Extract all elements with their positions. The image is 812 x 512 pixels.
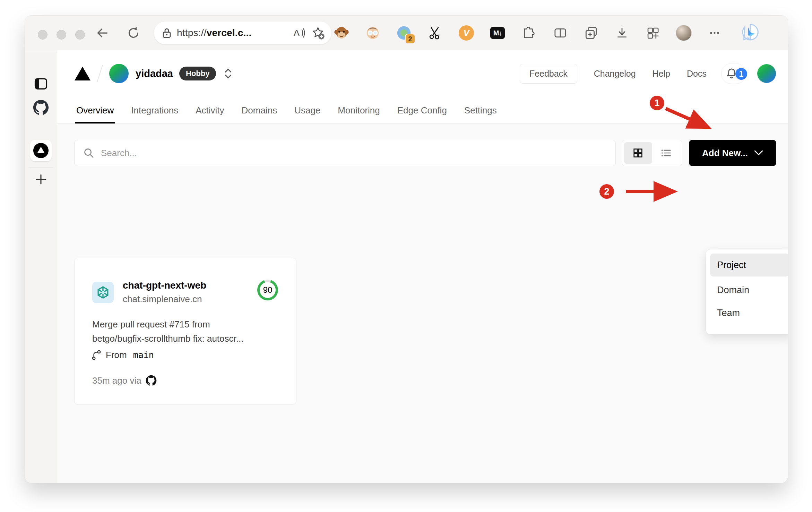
toggle-vertical-tabs-button[interactable]	[34, 77, 48, 91]
extension-v[interactable]: V	[451, 16, 482, 50]
back-button[interactable]	[93, 23, 112, 43]
browser-profile-avatar	[676, 25, 692, 41]
team-switcher-button[interactable]	[222, 65, 235, 82]
annotation-step-2: 2	[599, 184, 614, 199]
download-icon	[615, 26, 629, 40]
split-screen-button[interactable]	[545, 16, 576, 50]
read-aloud-icon[interactable]: A	[292, 27, 306, 39]
apps-grid-icon	[646, 26, 660, 40]
add-new-button[interactable]: Add New...	[689, 140, 776, 166]
markdown-download-icon: M↓	[490, 27, 505, 39]
new-tab-button[interactable]	[34, 173, 47, 186]
project-domain[interactable]: chat.simplenaive.cn	[123, 294, 206, 305]
team-avatar[interactable]	[109, 64, 129, 83]
ellipsis-icon	[708, 26, 722, 40]
close-window-button[interactable]	[38, 30, 47, 40]
sidebar-tab-github[interactable]	[33, 100, 49, 116]
feedback-button[interactable]: Feedback	[520, 64, 577, 84]
url-text: https://vercel.c...	[177, 27, 252, 39]
active-tab-frame	[30, 140, 52, 161]
nav-help[interactable]: Help	[653, 69, 670, 79]
vercel-logo[interactable]	[75, 67, 90, 80]
settings-more-button[interactable]	[699, 16, 730, 50]
sidebar-tab-vercel-active[interactable]	[30, 140, 52, 161]
puzzle-icon	[521, 25, 536, 41]
tab-activity[interactable]: Activity	[196, 105, 224, 123]
minimize-window-button[interactable]	[57, 30, 66, 40]
monkey-icon	[334, 25, 349, 41]
tab-count-badge: 2	[405, 34, 415, 44]
extension-monkey[interactable]	[326, 16, 357, 50]
browser-profile-button[interactable]	[668, 16, 699, 50]
tab-monitoring[interactable]: Monitoring	[338, 105, 380, 123]
svg-text:A: A	[293, 28, 300, 38]
extensions-menu[interactable]	[513, 16, 544, 50]
project-favicon	[92, 282, 114, 303]
downloads-button[interactable]	[606, 16, 637, 50]
dashboard-header: yidadaa Hobby Feedback Changelog Help Do…	[57, 50, 788, 124]
window-controls	[38, 30, 85, 40]
chevron-up-down-icon	[224, 67, 233, 80]
team-name[interactable]: yidadaa	[136, 68, 173, 79]
add-new-label: Add New...	[702, 148, 748, 159]
branch-row: From main	[91, 349, 154, 360]
git-branch-icon	[91, 349, 102, 360]
search-input[interactable]	[101, 148, 607, 159]
vercel-dashboard: yidadaa Hobby Feedback Changelog Help Do…	[57, 50, 788, 483]
refresh-icon	[127, 26, 140, 40]
grid-view-icon	[632, 147, 644, 159]
project-card[interactable]: chat-gpt-next-web chat.simplenaive.cn 90…	[74, 258, 296, 404]
browser-actions	[545, 16, 730, 50]
vercel-favicon	[33, 143, 49, 159]
collections-button[interactable]	[576, 16, 606, 50]
openai-logo-icon	[95, 285, 111, 300]
deployment-time: 35m ago via	[92, 375, 141, 386]
dropdown-item-domain[interactable]: Domain	[710, 279, 788, 301]
add-new-dropdown: Project Domain Team	[706, 249, 788, 334]
tab-integrations[interactable]: Integrations	[131, 105, 178, 123]
dashboard-tabs: Overview Integrations Activity Domains U…	[76, 105, 514, 123]
bing-chat-button[interactable]	[741, 23, 760, 43]
address-bar[interactable]: https://vercel.c... A	[154, 22, 331, 44]
tab-domains[interactable]: Domains	[242, 105, 277, 123]
notifications-button[interactable]: 1	[721, 63, 746, 84]
collections-icon	[584, 25, 599, 41]
project-search[interactable]	[74, 140, 616, 166]
nav-docs[interactable]: Docs	[687, 69, 707, 79]
extension-icons: 2 V M↓	[326, 16, 544, 50]
deployment-meta: 35m ago via	[92, 375, 157, 386]
extension-screenshot[interactable]	[420, 16, 451, 50]
tab-overview[interactable]: Overview	[76, 105, 114, 123]
back-arrow-icon	[95, 26, 109, 40]
zoom-window-button[interactable]	[75, 30, 85, 40]
tab-settings[interactable]: Settings	[464, 105, 497, 123]
apps-button[interactable]	[637, 16, 668, 50]
extension-avatar-face[interactable]	[357, 16, 388, 50]
chevron-down-icon	[754, 150, 763, 156]
lighthouse-score-ring[interactable]: 90	[257, 280, 278, 300]
project-name[interactable]: chat-gpt-next-web	[123, 280, 206, 291]
face-with-glasses-icon	[365, 25, 381, 41]
browser-window: https://vercel.c... A	[25, 16, 788, 483]
extension-markdown[interactable]: M↓	[482, 16, 513, 50]
add-favorite-icon[interactable]	[311, 26, 325, 40]
extension-tab-manager[interactable]: 2	[388, 16, 420, 50]
refresh-button[interactable]	[124, 23, 143, 43]
search-icon	[83, 147, 95, 159]
browser-sidebar	[25, 50, 57, 483]
view-toggle	[622, 140, 682, 166]
browser-toolbar: https://vercel.c... A	[25, 16, 788, 50]
tab-usage[interactable]: Usage	[294, 105, 320, 123]
user-avatar[interactable]	[757, 64, 776, 83]
grid-view-button[interactable]	[624, 142, 652, 164]
tab-edge-config[interactable]: Edge Config	[397, 105, 447, 123]
list-view-button[interactable]	[652, 142, 680, 164]
dropdown-item-project[interactable]: Project	[710, 254, 788, 276]
desktop: https://vercel.c... A	[0, 0, 812, 512]
sidebar-pane-icon	[34, 77, 48, 91]
plan-badge: Hobby	[179, 67, 216, 80]
lighthouse-score-value: 90	[260, 282, 276, 298]
v-icon: V	[459, 25, 474, 41]
dropdown-item-team[interactable]: Team	[710, 301, 788, 324]
nav-changelog[interactable]: Changelog	[594, 69, 636, 79]
